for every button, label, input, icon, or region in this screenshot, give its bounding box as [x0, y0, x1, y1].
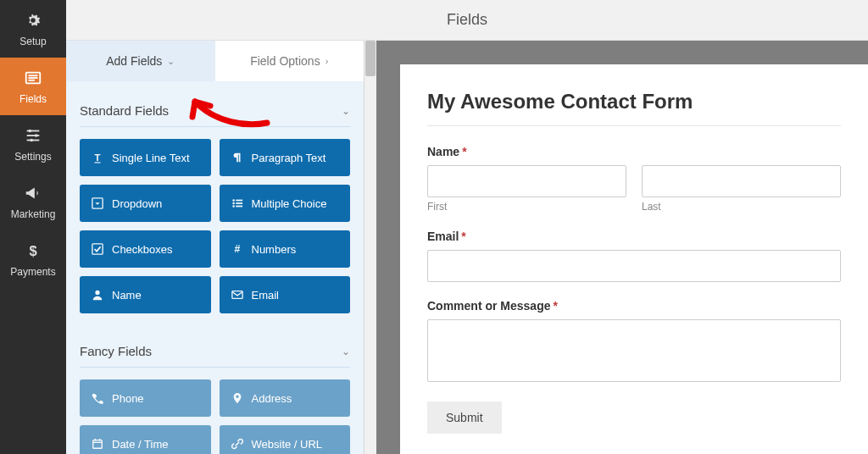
required-asterisk: *	[461, 230, 465, 243]
field-label: Phone	[112, 392, 144, 405]
fancy-fields-grid: Phone Address Date / Time Website / URL	[80, 379, 350, 454]
user-icon	[92, 289, 103, 301]
svg-point-7	[35, 134, 38, 137]
svg-point-21	[95, 291, 99, 295]
first-name-input[interactable]	[427, 165, 626, 197]
nav-item-payments[interactable]: $ Payments	[0, 230, 66, 288]
field-label: Address	[252, 392, 292, 405]
chevron-down-icon: ⌄	[342, 346, 350, 357]
dollar-icon: $	[24, 241, 42, 263]
field-date-time[interactable]: Date / Time	[80, 425, 211, 454]
calendar-icon	[92, 438, 103, 450]
required-asterisk: *	[462, 145, 466, 158]
svg-rect-14	[236, 200, 242, 202]
nav-item-setup[interactable]: Setup	[0, 0, 66, 58]
svg-rect-16	[236, 202, 242, 204]
nav-label: Setup	[19, 36, 46, 47]
field-label: Dropdown	[112, 197, 162, 210]
svg-rect-23	[93, 440, 103, 449]
svg-point-5	[29, 129, 32, 132]
field-label: Single Line Text	[112, 152, 190, 164]
last-name-input[interactable]	[642, 165, 841, 197]
check-square-icon	[92, 243, 103, 255]
panel-tabs: Add Fields ⌄ Field Options ›	[66, 41, 364, 81]
tab-label: Field Options	[250, 54, 320, 68]
first-sublabel: First	[427, 201, 626, 213]
field-label: Name	[112, 289, 142, 302]
field-label: Email	[252, 289, 280, 302]
scrollbar-thumb[interactable]	[365, 41, 376, 76]
svg-text:T: T	[95, 152, 101, 163]
pin-icon	[231, 392, 243, 404]
comment-label: Comment or Message*	[427, 299, 841, 313]
field-label: Multiple Choice	[252, 197, 327, 210]
email-label: Email*	[427, 230, 841, 243]
last-sublabel: Last	[642, 201, 841, 213]
field-dropdown[interactable]: Dropdown	[80, 185, 211, 222]
section-title: Fancy Fields	[80, 344, 152, 358]
field-email[interactable]: Email	[220, 276, 351, 313]
standard-fields-grid: T Single Line Text Paragraph Text Dropdo…	[80, 139, 350, 313]
svg-text:$: $	[29, 242, 36, 257]
paragraph-icon	[231, 152, 243, 163]
svg-rect-19	[92, 244, 103, 254]
comment-textarea[interactable]	[427, 319, 841, 382]
svg-point-13	[232, 199, 235, 202]
tab-field-options[interactable]: Field Options ›	[215, 41, 364, 81]
hash-icon: #	[231, 243, 243, 255]
panel-body: Standard Fields ⌄ T Single Line Text Par…	[66, 81, 364, 454]
field-paragraph-text[interactable]: Paragraph Text	[220, 139, 351, 176]
field-numbers[interactable]: # Numbers	[220, 230, 351, 268]
text-t-icon: T	[92, 152, 103, 163]
field-name[interactable]: Name	[80, 276, 211, 313]
divider	[427, 125, 841, 126]
field-address[interactable]: Address	[220, 379, 351, 417]
svg-rect-22	[231, 291, 242, 299]
field-checkboxes[interactable]: Checkboxes	[80, 230, 211, 268]
required-asterisk: *	[553, 299, 557, 313]
svg-point-15	[232, 202, 235, 205]
field-phone[interactable]: Phone	[80, 379, 211, 417]
envelope-icon	[231, 289, 243, 301]
tab-add-fields[interactable]: Add Fields ⌄	[66, 41, 215, 81]
chevron-down-icon: ⌄	[167, 56, 175, 67]
svg-point-17	[232, 205, 235, 208]
nav-item-fields[interactable]: Fields	[0, 58, 66, 115]
field-website-url[interactable]: Website / URL	[220, 425, 351, 454]
section-fancy-fields[interactable]: Fancy Fields ⌄	[80, 330, 350, 368]
svg-point-9	[30, 138, 33, 141]
field-label: Paragraph Text	[252, 152, 326, 164]
form-card: My Awesome Contact Form Name* First Last…	[400, 64, 868, 454]
nav-label: Settings	[14, 151, 51, 163]
page-title: Fields	[447, 11, 487, 29]
field-label: Checkboxes	[112, 243, 173, 256]
field-group-comment: Comment or Message*	[427, 299, 841, 385]
field-multiple-choice[interactable]: Multiple Choice	[220, 185, 351, 222]
field-single-line-text[interactable]: T Single Line Text	[80, 139, 211, 176]
svg-rect-18	[236, 206, 242, 208]
left-nav: Setup Fields Settings Marketing $ Paymen…	[0, 0, 66, 454]
field-group-name: Name* First Last	[427, 145, 841, 213]
svg-text:#: #	[234, 243, 240, 255]
list-icon	[231, 197, 243, 209]
form-title: My Awesome Contact Form	[427, 90, 841, 114]
submit-button[interactable]: Submit	[427, 401, 502, 434]
bullhorn-icon	[24, 184, 42, 205]
builder-panel: Add Fields ⌄ Field Options › Standard Fi…	[66, 41, 364, 454]
scrollbar[interactable]	[364, 41, 376, 454]
nav-label: Payments	[10, 266, 55, 278]
nav-label: Fields	[19, 93, 47, 105]
section-title: Standard Fields	[80, 103, 169, 118]
nav-item-settings[interactable]: Settings	[0, 115, 66, 173]
gear-icon	[24, 11, 42, 32]
top-bar: Fields	[66, 0, 868, 41]
email-input[interactable]	[427, 250, 841, 282]
phone-icon	[92, 392, 103, 404]
caret-square-icon	[92, 197, 103, 209]
section-standard-fields[interactable]: Standard Fields ⌄	[80, 90, 350, 127]
name-label: Name*	[427, 145, 841, 158]
chevron-right-icon: ›	[326, 56, 329, 66]
link-icon	[231, 438, 243, 450]
nav-item-marketing[interactable]: Marketing	[0, 173, 66, 230]
field-label: Date / Time	[112, 438, 168, 451]
